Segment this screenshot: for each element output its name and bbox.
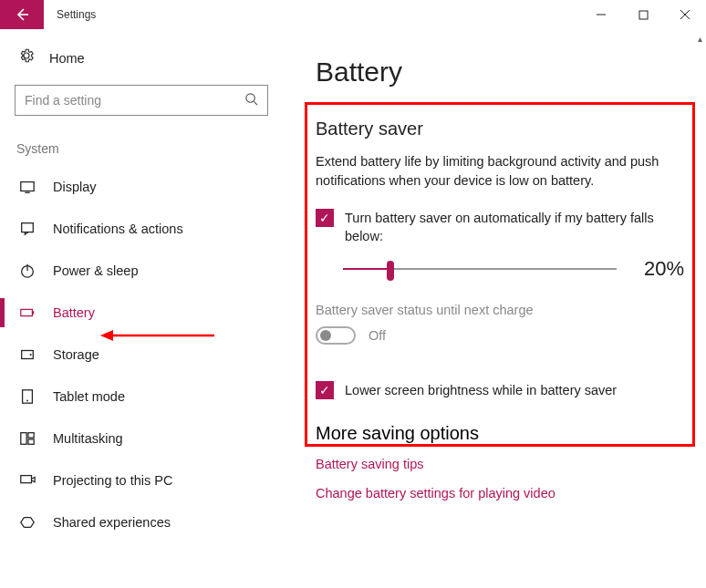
more-options-heading: More saving options xyxy=(316,423,684,444)
search-icon xyxy=(244,92,258,108)
saver-status-value: Off xyxy=(369,328,386,343)
battery-saver-description: Extend battery life by limiting backgrou… xyxy=(316,152,671,191)
sidebar-item-shared[interactable]: Shared experiences xyxy=(15,502,268,542)
search-placeholder: Find a setting xyxy=(25,93,244,108)
sidebar-item-label: Storage xyxy=(53,347,99,362)
svg-rect-17 xyxy=(21,433,26,445)
svg-line-5 xyxy=(254,101,257,105)
section-label: System xyxy=(16,141,268,156)
svg-rect-11 xyxy=(21,309,33,315)
svg-rect-8 xyxy=(22,223,34,232)
projecting-icon xyxy=(18,472,36,489)
sidebar-item-power[interactable]: Power & sleep xyxy=(15,251,268,291)
threshold-value: 20% xyxy=(644,257,684,281)
lower-brightness-checkbox[interactable]: ✓ xyxy=(316,381,334,399)
minimize-button[interactable] xyxy=(580,0,622,29)
sidebar-item-label: Multitasking xyxy=(53,431,123,446)
close-button[interactable] xyxy=(664,0,706,29)
sidebar-item-label: Battery xyxy=(53,305,95,320)
svg-rect-20 xyxy=(21,476,32,483)
shared-icon xyxy=(18,514,36,531)
svg-point-4 xyxy=(246,94,254,102)
page-title: Battery xyxy=(316,57,684,88)
back-button[interactable] xyxy=(0,0,44,29)
lower-brightness-label: Lower screen brightness while in battery… xyxy=(345,381,617,399)
sidebar-item-projecting[interactable]: Projecting to this PC xyxy=(15,460,268,500)
sidebar-item-notifications[interactable]: Notifications & actions xyxy=(15,209,268,249)
battery-icon xyxy=(18,304,36,321)
power-icon xyxy=(18,263,36,279)
scroll-up-icon: ▴ xyxy=(693,29,706,47)
battery-tips-link[interactable]: Battery saving tips xyxy=(316,457,684,471)
search-input[interactable]: Find a setting xyxy=(15,85,268,116)
battery-saver-heading: Battery saver xyxy=(316,119,684,139)
maximize-button[interactable] xyxy=(622,0,664,29)
saver-status-label: Battery saver status until next charge xyxy=(316,303,684,317)
home-label: Home xyxy=(49,51,85,66)
sidebar-item-tablet[interactable]: Tablet mode xyxy=(15,377,268,417)
video-settings-link[interactable]: Change battery settings for playing vide… xyxy=(316,486,684,500)
svg-rect-6 xyxy=(21,182,34,191)
sidebar-item-label: Tablet mode xyxy=(53,389,125,404)
sidebar-item-display[interactable]: Display xyxy=(15,167,268,207)
gear-icon xyxy=(18,47,35,68)
svg-rect-12 xyxy=(32,311,34,315)
svg-point-16 xyxy=(26,400,28,402)
sidebar-item-label: Display xyxy=(53,180,97,194)
sidebar-item-label: Shared experiences xyxy=(53,515,171,530)
svg-rect-1 xyxy=(639,11,648,19)
sidebar-item-label: Projecting to this PC xyxy=(53,473,172,488)
svg-point-14 xyxy=(30,354,32,356)
app-title: Settings xyxy=(44,8,96,21)
sidebar-item-storage[interactable]: Storage xyxy=(15,335,268,375)
multitasking-icon xyxy=(18,430,36,447)
sidebar-item-multitasking[interactable]: Multitasking xyxy=(15,418,268,459)
storage-icon xyxy=(18,346,36,363)
notifications-icon xyxy=(18,221,36,237)
display-icon xyxy=(18,179,36,195)
svg-rect-19 xyxy=(28,439,34,444)
saver-status-toggle[interactable] xyxy=(316,326,356,345)
auto-saver-checkbox[interactable]: ✓ xyxy=(316,209,334,227)
sidebar-item-label: Notifications & actions xyxy=(53,222,183,236)
sidebar-item-battery[interactable]: Battery xyxy=(15,293,268,333)
home-nav[interactable]: Home xyxy=(18,47,268,68)
threshold-slider[interactable] xyxy=(343,260,617,278)
sidebar-item-label: Power & sleep xyxy=(53,263,139,278)
auto-saver-label: Turn battery saver on automatically if m… xyxy=(345,209,671,246)
tablet-icon xyxy=(18,388,36,405)
svg-rect-18 xyxy=(28,433,34,438)
scrollbar[interactable]: ▴ xyxy=(693,29,706,587)
